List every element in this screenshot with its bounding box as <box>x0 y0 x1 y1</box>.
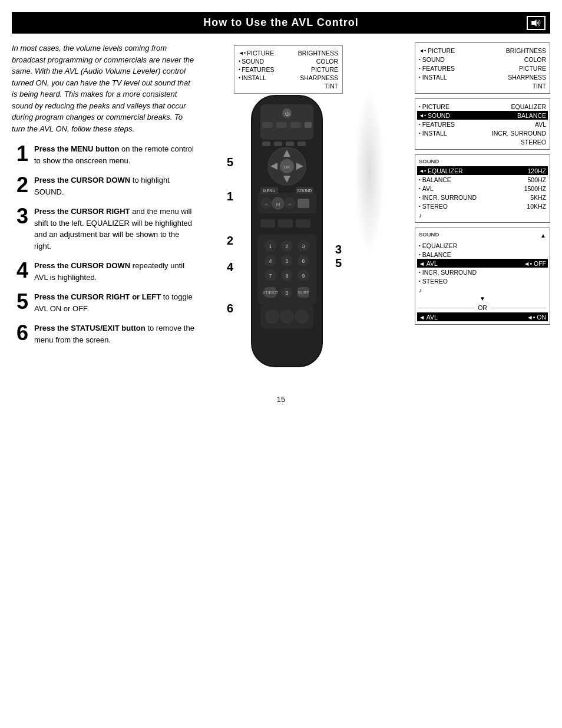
menu-screen-3-title: SOUND <box>419 158 546 164</box>
ms-row-avl-4-active: ◄ AVL ◄• OFF <box>417 259 548 268</box>
svg-text:0: 0 <box>285 290 288 296</box>
remote-svg: ⏻ OK <box>240 90 334 373</box>
svg-text:7: 7 <box>269 273 272 279</box>
speaker-icon-box <box>527 16 546 30</box>
ms-row-incr-3: • INCR. SURROUND 5KHZ <box>419 193 546 202</box>
step-number-3: 3 <box>12 206 28 227</box>
ms-row-sound-2-active: ◄• SOUND BALANCE <box>417 111 548 120</box>
svg-text:3: 3 <box>302 243 305 249</box>
svg-rect-29 <box>278 219 293 228</box>
svg-point-58 <box>280 309 294 324</box>
step-number-4: 4 <box>12 260 28 281</box>
svg-rect-28 <box>260 219 275 228</box>
ms-row-balance-4: • BALANCE <box>419 250 546 259</box>
step-text-5: Press the CURSOR RIGHT or LEFT to toggle… <box>34 291 194 314</box>
svg-text:SURF: SURF <box>297 291 309 295</box>
step-3: 3 Press the CURSOR RIGHT and the menu wi… <box>12 206 194 252</box>
steps-list: 1 Press the MENU button on the remote co… <box>12 143 194 345</box>
svg-rect-5 <box>262 122 273 128</box>
svg-rect-6 <box>276 122 287 128</box>
step-label-4: 4 <box>227 261 233 274</box>
ms-row-install-1: • INSTALL SHARPNESS <box>419 73 546 81</box>
svg-rect-27 <box>297 199 309 208</box>
ms-row-install-2: • INSTALL INCR. SURROUND <box>419 129 546 137</box>
step-label-6: 6 <box>227 302 233 315</box>
remote-area: ◄• PICTURE BRIGHTNESS • SOUND COLOR • FE… <box>240 42 369 374</box>
menu-screen-right-1: ◄• PICTURE BRIGHTNESS • SOUND COLOR • FE… <box>415 42 550 94</box>
step-2: 2 Press the CURSOR DOWN to highlight SOU… <box>12 174 194 197</box>
ms-row-tint: TINT <box>419 81 546 90</box>
svg-text:−: − <box>288 201 291 207</box>
svg-marker-0 <box>531 19 536 27</box>
speaker-icon <box>531 19 541 27</box>
svg-text:4: 4 <box>269 258 272 264</box>
svg-rect-16 <box>262 141 270 146</box>
or-divider-text: OR <box>474 304 491 311</box>
ms-row-picture-2: • PICTURE EQUALIZER <box>419 102 546 111</box>
svg-text:8: 8 <box>285 273 288 279</box>
step-4: 4 Press the CURSOR DOWN repeatedly until… <box>12 260 194 283</box>
step-1: 1 Press the MENU button on the remote co… <box>12 143 194 166</box>
step-label-3-5: 35 <box>335 243 342 270</box>
right-column: ◄• PICTURE BRIGHTNESS • SOUND COLOR • FE… <box>415 42 550 374</box>
svg-text:SOUND: SOUND <box>297 189 312 193</box>
step-number-2: 2 <box>12 174 28 196</box>
svg-text:2: 2 <box>285 243 288 249</box>
svg-rect-7 <box>290 122 301 128</box>
step-label-5: 5 <box>227 156 233 169</box>
svg-text:−: − <box>265 201 267 207</box>
step-text-3: Press the CURSOR RIGHT and the menu will… <box>34 206 194 252</box>
ms-row-features-2: • FEATURES AVL <box>419 120 546 129</box>
svg-rect-30 <box>296 219 310 228</box>
svg-point-57 <box>265 309 279 324</box>
ms-row-avl-on: ◄ AVL ◄• ON <box>417 312 548 321</box>
svg-text:MENU: MENU <box>263 189 276 193</box>
main-content: In most cases, the volume levels coming … <box>0 34 562 383</box>
ms-row-incr-4: • INCR. SURROUND <box>419 268 546 276</box>
center-column: ◄• PICTURE BRIGHTNESS • SOUND COLOR • FE… <box>200 42 409 374</box>
step-5: 5 Press the CURSOR RIGHT or LEFT to togg… <box>12 291 194 314</box>
svg-rect-19 <box>297 141 306 146</box>
step-text-1: Press the MENU button on the remote cont… <box>34 143 194 166</box>
ms-row-equalizer-4: • EQUALIZER <box>419 241 546 250</box>
menu-screen-4-title: SOUND <box>419 231 439 238</box>
page-number: 15 <box>0 395 562 404</box>
step-6: 6 Press the STATUS/EXIT button to remove… <box>12 322 194 345</box>
ms-row-stereo-4: • STEREO <box>419 276 546 285</box>
svg-text:6: 6 <box>302 258 305 264</box>
svg-text:9: 9 <box>302 273 305 279</box>
step-number-1: 1 <box>12 143 28 164</box>
ms-row-stereo-2: STEREO <box>419 137 546 146</box>
step-text-4: Press the CURSOR DOWN repeatedly until A… <box>34 260 194 283</box>
step-label-2: 2 <box>227 234 233 248</box>
remote-control: ⏻ OK <box>240 90 369 374</box>
ms-row-note-4: ♪ <box>419 285 546 294</box>
svg-point-59 <box>295 309 309 324</box>
svg-rect-17 <box>274 141 282 146</box>
step-text-2: Press the CURSOR DOWN to highlight SOUND… <box>34 174 194 197</box>
step-label-1: 1 <box>227 190 233 203</box>
menu-screen-right-3: SOUND ◄• EQUALIZER 120HZ • BALANCE 500HZ… <box>415 154 550 223</box>
svg-text:OK: OK <box>283 164 290 170</box>
page-header: How to Use the AVL Control <box>12 12 550 34</box>
menu-screen-right-4: SOUND ▲ • EQUALIZER • BALANCE ◄ AVL ◄• O… <box>415 228 550 325</box>
ms-row-balance-3: • BALANCE 500HZ <box>419 175 546 184</box>
ms-row-equalizer-3: ◄• EQUALIZER 120HZ <box>417 166 548 175</box>
svg-rect-18 <box>286 141 294 146</box>
svg-text:⏻: ⏻ <box>285 111 290 117</box>
ms-row-note-3: ♪ <box>419 210 546 219</box>
svg-rect-8 <box>305 122 312 128</box>
svg-text:5: 5 <box>285 258 288 264</box>
left-column: In most cases, the volume levels coming … <box>12 42 194 374</box>
intro-text: In most cases, the volume levels coming … <box>12 42 194 134</box>
menu-screen-right-2: • PICTURE EQUALIZER ◄• SOUND BALANCE • F… <box>415 98 550 150</box>
svg-text:1: 1 <box>269 243 272 249</box>
ms-row-sound-1: • SOUND COLOR <box>419 55 546 64</box>
ms-row-picture: ◄• PICTURE BRIGHTNESS <box>419 46 546 55</box>
menu-screen-1: ◄• PICTURE BRIGHTNESS • SOUND COLOR • FE… <box>234 45 343 94</box>
ms-row-stereo-3: • STEREO 10KHZ <box>419 202 546 210</box>
step-text-6: Press the STATUS/EXIT button to remove t… <box>34 322 194 345</box>
svg-text:ST/EXIT: ST/EXIT <box>263 291 279 295</box>
step-number-6: 6 <box>12 322 28 344</box>
ms-row-features-1: • FEATURES PICTURE <box>419 64 546 73</box>
